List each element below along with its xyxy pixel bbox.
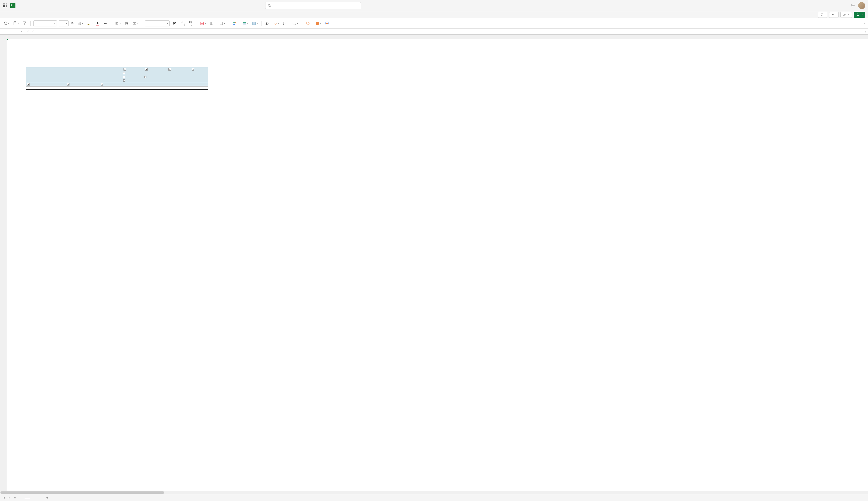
format-icon bbox=[219, 21, 223, 25]
sensitivity-button[interactable]: ▾ bbox=[305, 20, 313, 26]
clear-button[interactable]: ▾ bbox=[272, 20, 280, 26]
expand-icon[interactable]: + bbox=[144, 76, 146, 78]
font-color-button[interactable]: A▾ bbox=[95, 21, 101, 26]
ribbon-expand-button[interactable]: ▾ bbox=[863, 21, 866, 25]
filter-icon[interactable] bbox=[168, 68, 171, 71]
align-button[interactable]: ▾ bbox=[114, 20, 122, 26]
chevron-down-icon: ▾ bbox=[66, 22, 67, 24]
increase-decimal-button[interactable]: .00→0 bbox=[188, 20, 193, 27]
find-button[interactable]: ▾ bbox=[291, 20, 299, 26]
confirm-formula-icon[interactable]: ✓ bbox=[32, 30, 34, 33]
user-avatar[interactable] bbox=[858, 2, 865, 9]
cond-format-icon bbox=[233, 21, 237, 25]
undo-icon bbox=[3, 21, 8, 25]
tag-icon bbox=[306, 21, 310, 25]
insert-cells-button[interactable]: ▾ bbox=[199, 20, 207, 26]
cell-styles-icon bbox=[252, 21, 256, 25]
select-all-corner[interactable] bbox=[0, 35, 7, 39]
all-sheets-button[interactable]: ≡ bbox=[13, 496, 17, 499]
merge-button[interactable]: ▾ bbox=[132, 20, 139, 26]
format-cells-button[interactable]: ▾ bbox=[218, 20, 226, 26]
catch-up-button[interactable] bbox=[829, 12, 838, 18]
svg-rect-20 bbox=[220, 22, 223, 25]
sheet-tab-currencies[interactable] bbox=[31, 496, 37, 499]
font-size-select[interactable]: ▾ bbox=[59, 20, 69, 26]
horizontal-scrollbar[interactable] bbox=[0, 491, 868, 494]
fill-color-button[interactable]: ▾ bbox=[86, 20, 94, 26]
eraser-icon bbox=[273, 21, 277, 25]
name-box[interactable]: ▾ bbox=[0, 29, 24, 34]
autosum-button[interactable]: Σ▾ bbox=[264, 20, 270, 26]
pivot-month[interactable]: + bbox=[122, 79, 144, 82]
more-font-button[interactable]: ••• bbox=[103, 21, 108, 26]
decrease-decimal-button[interactable]: .0←0 bbox=[180, 20, 186, 27]
filter-icon[interactable] bbox=[124, 68, 126, 71]
formula-expand-button[interactable]: ▾ bbox=[863, 30, 868, 33]
app-launcher-icon[interactable] bbox=[3, 3, 7, 8]
filter-icon[interactable] bbox=[101, 83, 103, 86]
svg-rect-27 bbox=[253, 22, 255, 25]
expand-icon[interactable]: + bbox=[123, 79, 125, 82]
format-painter-button[interactable] bbox=[21, 20, 28, 26]
filter-icon[interactable] bbox=[27, 83, 30, 86]
pivot-row-field-currency[interactable] bbox=[100, 83, 122, 86]
number-format-select[interactable]: ▾ bbox=[145, 20, 170, 26]
filter-icon[interactable] bbox=[145, 68, 148, 71]
svg-rect-23 bbox=[233, 24, 234, 25]
sheet-viewport[interactable]: − − + + bbox=[7, 35, 868, 491]
pivot-col-field-month[interactable] bbox=[167, 68, 190, 71]
format-table-button[interactable]: ▾ bbox=[241, 20, 249, 26]
currency-button[interactable]: $€▾ bbox=[171, 21, 178, 26]
column-headers bbox=[7, 35, 868, 39]
sheet-tab-vendor-data[interactable] bbox=[38, 496, 43, 499]
chevron-down-icon: ▾ bbox=[205, 22, 206, 24]
undo-button[interactable]: ▾ bbox=[2, 20, 10, 26]
pivot-table[interactable]: − − + + bbox=[26, 67, 208, 90]
filter-icon[interactable] bbox=[67, 83, 70, 86]
paintbrush-icon bbox=[22, 21, 27, 25]
cell-selection bbox=[7, 39, 8, 40]
pivot-col-field-date[interactable] bbox=[190, 68, 207, 71]
font-name-select[interactable]: ▾ bbox=[33, 20, 57, 26]
spreadsheet-grid[interactable]: − − + + bbox=[0, 35, 868, 491]
collapse-icon[interactable]: − bbox=[123, 72, 125, 74]
sheet-nav-prev[interactable]: ◄ bbox=[2, 496, 6, 499]
wrap-text-button[interactable] bbox=[124, 20, 129, 26]
cell-styles-button[interactable]: ▾ bbox=[251, 20, 259, 26]
editing-mode-button[interactable]: ▾ bbox=[840, 12, 852, 18]
svg-rect-21 bbox=[233, 22, 234, 23]
add-sheet-button[interactable]: + bbox=[44, 495, 50, 500]
pivot-row-field-name[interactable] bbox=[65, 83, 100, 86]
bold-button[interactable]: B bbox=[70, 21, 74, 26]
borders-button[interactable]: ▾ bbox=[76, 20, 84, 26]
comments-button[interactable] bbox=[818, 12, 827, 18]
formula-input[interactable] bbox=[39, 29, 863, 34]
ribbon-toolbar: ▾ ▾ ▾ ▾ B ▾ ▾ A▾ ••• ▾ ▾ ▾ $€▾ .0←0 .00→… bbox=[0, 18, 868, 29]
sheet-tab-lcy[interactable] bbox=[18, 496, 24, 499]
filter-icon[interactable] bbox=[192, 68, 195, 71]
sheet-nav-next[interactable]: ► bbox=[7, 496, 12, 499]
share-button[interactable]: ▾ bbox=[854, 12, 865, 18]
pivot-qtr1[interactable]: − bbox=[122, 75, 144, 78]
chevron-down-icon: ▾ bbox=[82, 22, 83, 24]
paste-button[interactable]: ▾ bbox=[12, 20, 20, 26]
sheet-tab-fcy[interactable] bbox=[24, 496, 30, 499]
pivot-qtr2[interactable]: + bbox=[144, 75, 167, 78]
scrollbar-thumb[interactable] bbox=[0, 491, 164, 494]
pivot-col-field-year[interactable] bbox=[122, 68, 144, 71]
copilot-button[interactable] bbox=[324, 20, 330, 26]
pivot-year-value[interactable]: − bbox=[122, 72, 144, 74]
collapse-icon[interactable]: − bbox=[123, 76, 125, 78]
delete-cells-button[interactable]: ▾ bbox=[209, 20, 216, 26]
cancel-formula-icon[interactable]: ✕ bbox=[27, 30, 29, 33]
chevron-down-icon: ▾ bbox=[257, 22, 258, 24]
sort-filter-button[interactable]: ▾ bbox=[282, 20, 289, 26]
pivot-row-field-no[interactable] bbox=[26, 83, 65, 86]
addins-button[interactable]: ▾ bbox=[314, 20, 322, 26]
conditional-format-button[interactable]: ▾ bbox=[232, 20, 240, 26]
pivot-col-field-quarter[interactable] bbox=[144, 68, 167, 71]
chevron-down-icon: ▾ bbox=[177, 22, 178, 24]
settings-icon[interactable] bbox=[851, 3, 855, 8]
search-input[interactable] bbox=[265, 2, 361, 9]
chevron-down-icon: ▾ bbox=[215, 22, 216, 24]
